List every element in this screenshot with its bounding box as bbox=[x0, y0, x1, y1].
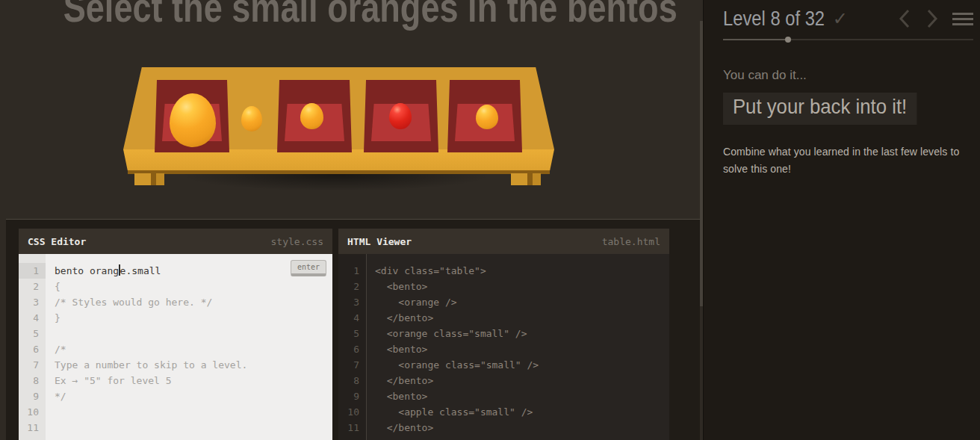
editor-line: 8 </bento> bbox=[338, 373, 669, 388]
line-number: 11 bbox=[19, 420, 46, 436]
progress-completed bbox=[723, 39, 788, 40]
code-text[interactable]: <div class="table"> bbox=[366, 263, 486, 279]
code-text[interactable]: */ bbox=[46, 388, 66, 404]
editor-line: 7 <orange class="small" /> bbox=[338, 357, 669, 373]
editor-line: 9 <bento> bbox=[338, 388, 669, 404]
small-orange-in-bento-2[interactable] bbox=[300, 103, 323, 129]
small-orange-in-bento-4[interactable] bbox=[476, 105, 498, 129]
line-number: 6 bbox=[338, 341, 366, 357]
line-number: 2 bbox=[19, 279, 46, 294]
editor-line: 1<div class="table"> bbox=[338, 263, 669, 279]
css-editor-title: CSS Editor bbox=[28, 236, 86, 247]
line-number: 7 bbox=[338, 357, 366, 373]
css-editor-body[interactable]: 1bento orange.small2{3/* Styles would go… bbox=[19, 254, 332, 440]
editor-line: 10 <apple class="small" /> bbox=[338, 404, 669, 420]
editor-line: 3/* Styles would go here. */ bbox=[19, 294, 332, 310]
code-text[interactable]: Type a number to skip to a level. bbox=[46, 357, 247, 373]
editor-line: 4 </bento> bbox=[338, 310, 669, 326]
text-cursor bbox=[119, 264, 120, 276]
editor-line: 6/* bbox=[19, 341, 332, 357]
line-number: 5 bbox=[338, 326, 366, 341]
code-panels: CSS Editor style.css 1bento orange.small… bbox=[6, 219, 700, 440]
bento-table-board bbox=[112, 63, 560, 202]
line-number: 10 bbox=[19, 404, 46, 420]
level-progress-bar bbox=[723, 37, 973, 43]
line-number: 5 bbox=[19, 326, 46, 341]
editor-line: 2 <bento> bbox=[338, 279, 669, 294]
code-text[interactable]: } bbox=[46, 310, 61, 326]
encouragement-text: You can do it... bbox=[723, 68, 973, 83]
game-stage: Select the small oranges in the bentos C… bbox=[0, 0, 703, 440]
code-text[interactable] bbox=[46, 404, 55, 420]
code-text[interactable]: bento orange.small bbox=[46, 263, 161, 279]
level-description: Combine what you learned in the last few… bbox=[723, 143, 974, 178]
editor-line: 10 bbox=[19, 404, 332, 420]
big-orange-in-bento-1[interactable] bbox=[170, 93, 216, 147]
css-editor-panel: CSS Editor style.css 1bento orange.small… bbox=[19, 229, 332, 440]
next-level-chevron-icon[interactable] bbox=[925, 8, 940, 29]
html-viewer-header: HTML Viewer table.html bbox=[338, 229, 669, 254]
editor-line: 11 bbox=[19, 420, 332, 436]
small-apple-in-bento-3[interactable] bbox=[389, 103, 412, 129]
editor-line: 5 <orange class="small" /> bbox=[338, 326, 669, 341]
editor-line: 3 <orange /> bbox=[338, 294, 669, 310]
editor-line: 4} bbox=[19, 310, 332, 326]
line-number: 9 bbox=[338, 388, 366, 404]
code-text[interactable]: Ex → "5" for level 5 bbox=[46, 373, 172, 388]
line-number: 7 bbox=[19, 357, 46, 373]
menu-hamburger-icon[interactable] bbox=[952, 13, 973, 25]
code-text[interactable]: { bbox=[46, 279, 61, 294]
hint-box: Put your back into it! bbox=[723, 93, 917, 125]
code-text[interactable]: /* bbox=[46, 341, 66, 357]
line-number: 1 bbox=[19, 263, 46, 279]
editor-line: 1bento orange.small bbox=[19, 263, 332, 279]
code-text[interactable] bbox=[46, 420, 55, 436]
table-under-edge bbox=[128, 170, 550, 174]
line-number: 10 bbox=[338, 404, 366, 420]
code-text[interactable]: </bento> bbox=[366, 420, 433, 436]
level-complete-check-icon: ✓ bbox=[833, 8, 848, 29]
line-number: 11 bbox=[338, 420, 366, 436]
table-leg-right bbox=[511, 173, 541, 185]
code-text[interactable]: <orange class="small" /> bbox=[366, 357, 539, 373]
code-text[interactable]: </bento> bbox=[366, 310, 433, 326]
html-viewer-panel: HTML Viewer table.html 1<div class="tabl… bbox=[338, 229, 669, 440]
level-instruction-title: Select the small oranges in the bentos bbox=[63, 0, 640, 30]
code-text[interactable] bbox=[46, 326, 55, 341]
editor-line: 11 </bento> bbox=[338, 420, 669, 436]
line-number: 4 bbox=[338, 310, 366, 326]
line-number: 1 bbox=[338, 263, 366, 279]
scrollbar-thumb[interactable] bbox=[700, 21, 703, 306]
progress-dot bbox=[785, 37, 791, 43]
level-indicator: Level 8 of 32 bbox=[723, 7, 825, 31]
line-number: 8 bbox=[19, 373, 46, 388]
css-editor-filename: style.css bbox=[271, 236, 323, 247]
code-text[interactable]: /* Styles would go here. */ bbox=[46, 294, 212, 310]
code-text[interactable]: <apple class="small" /> bbox=[366, 404, 533, 420]
editor-line: 7Type a number to skip to a level. bbox=[19, 357, 332, 373]
code-text[interactable]: <bento> bbox=[366, 279, 427, 294]
line-number: 9 bbox=[19, 388, 46, 404]
editor-line: 5 bbox=[19, 326, 332, 341]
code-text[interactable]: <orange /> bbox=[366, 294, 457, 310]
code-text[interactable]: </bento> bbox=[366, 373, 433, 388]
css-editor-header: CSS Editor style.css bbox=[19, 229, 332, 254]
line-number: 6 bbox=[19, 341, 46, 357]
html-viewer-filename: table.html bbox=[602, 236, 660, 247]
sidebar: Level 8 of 32 ✓ You can do it... Put you… bbox=[703, 0, 980, 440]
table-front-edge bbox=[123, 149, 554, 170]
code-text[interactable]: <orange class="small" /> bbox=[366, 326, 527, 341]
line-number: 3 bbox=[338, 294, 366, 310]
html-viewer-body[interactable]: 1<div class="table">2 <bento>3 <orange /… bbox=[338, 254, 669, 440]
enter-button[interactable]: enter bbox=[291, 260, 326, 276]
editor-line: 8Ex → "5" for level 5 bbox=[19, 373, 332, 388]
code-text[interactable]: <bento> bbox=[366, 341, 427, 357]
code-text[interactable]: <bento> bbox=[366, 388, 427, 404]
editor-line: 6 <bento> bbox=[338, 341, 669, 357]
editor-line: 9*/ bbox=[19, 388, 332, 404]
small-orange-on-table[interactable] bbox=[241, 106, 262, 131]
line-number: 4 bbox=[19, 310, 46, 326]
previous-level-chevron-icon[interactable] bbox=[897, 8, 912, 29]
line-number: 3 bbox=[19, 294, 46, 310]
editor-line: 2{ bbox=[19, 279, 332, 294]
